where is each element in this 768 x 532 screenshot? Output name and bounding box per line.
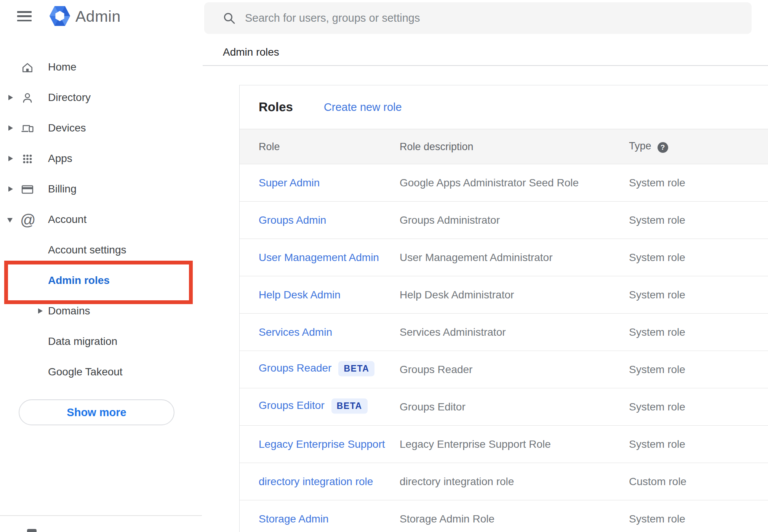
beta-badge: BETA — [331, 399, 368, 414]
role-type: System role — [629, 252, 685, 264]
admin-logo-text: Admin — [75, 8, 121, 26]
table-body: Super AdminGoogle Apps Administrator See… — [240, 164, 768, 532]
devices-icon — [21, 122, 34, 135]
sidebar-item-label: Directory — [48, 91, 91, 104]
sidebar-item-apps[interactable]: Apps — [0, 143, 202, 174]
sidebar-item-billing[interactable]: Billing — [0, 174, 202, 204]
role-description: User Management Administrator — [400, 252, 553, 264]
role-description: Storage Admin Role — [400, 513, 494, 525]
role-type: System role — [629, 364, 685, 376]
role-link[interactable]: directory integration role — [259, 476, 373, 487]
create-new-role-link[interactable]: Create new role — [324, 101, 402, 114]
role-type: System role — [629, 177, 685, 189]
sidebar-item-domains[interactable]: Domains — [0, 296, 202, 326]
sidebar-item-google-takeout[interactable]: Google Takeout — [0, 357, 202, 387]
apps-icon — [21, 152, 34, 165]
role-link[interactable]: Groups Admin — [259, 214, 326, 226]
role-description: directory integration role — [400, 476, 514, 488]
column-header-role: Role — [259, 141, 280, 152]
column-header-description: Role description — [400, 141, 474, 152]
sidebar-item-label: Devices — [48, 122, 86, 134]
show-more-button[interactable]: Show more — [19, 399, 174, 425]
search-input[interactable] — [245, 2, 733, 34]
role-link[interactable]: Groups Editor — [259, 399, 325, 411]
table-row: Services AdminServices AdministratorSyst… — [240, 314, 768, 351]
beta-badge: BETA — [338, 361, 374, 377]
sidebar-item-label: Billing — [48, 183, 77, 195]
page-title: Roles — [259, 100, 293, 114]
sidebar-divider — [0, 515, 202, 516]
sidebar-item-label: Data migration — [48, 335, 117, 348]
sidebar-item-data-migration[interactable]: Data migration — [0, 326, 202, 357]
sidebar-nav: HomeDirectoryDevicesAppsBilling@AccountA… — [0, 52, 202, 387]
card-icon — [21, 183, 34, 196]
sidebar-item-label: Account — [48, 213, 86, 226]
roles-card: Roles Create new role Role Role descript… — [239, 85, 768, 532]
sidebar: Admin HomeDirectoryDevicesAppsBilling@Ac… — [0, 0, 202, 532]
admin-logo-icon — [49, 5, 71, 27]
expand-arrow-icon[interactable] — [8, 186, 13, 192]
role-link[interactable]: Help Desk Admin — [259, 289, 341, 301]
expand-arrow-icon[interactable] — [38, 308, 43, 314]
role-type: System role — [629, 214, 685, 226]
sidebar-item-label: Domains — [48, 305, 90, 317]
header-divider — [203, 65, 768, 66]
table-row: Storage AdminStorage Admin RoleSystem ro… — [240, 500, 768, 532]
column-header-type: Type — [629, 140, 651, 152]
role-type: System role — [629, 438, 685, 450]
table-row: Help Desk AdminHelp Desk AdministratorSy… — [240, 276, 768, 314]
sidebar-item-label: Home — [48, 61, 77, 73]
menu-icon[interactable] — [17, 11, 32, 21]
role-description: Groups Administrator — [400, 214, 500, 226]
role-type: System role — [629, 289, 685, 301]
breadcrumb: Admin roles — [223, 46, 279, 58]
sidebar-header: Admin — [0, 0, 202, 34]
sidebar-item-label: Admin roles — [48, 274, 110, 287]
sidebar-item-admin-roles[interactable]: Admin roles — [0, 265, 202, 296]
collapse-arrow-icon[interactable] — [7, 218, 13, 223]
sidebar-item-home[interactable]: Home — [0, 52, 202, 82]
sidebar-item-account-settings[interactable]: Account settings — [0, 235, 202, 265]
table-row: directory integration roledirectory inte… — [240, 463, 768, 500]
role-link[interactable]: Storage Admin — [259, 513, 329, 525]
role-link[interactable]: Groups Reader — [259, 362, 331, 373]
sidebar-item-label: Account settings — [48, 244, 126, 256]
sidebar-item-label: Google Takeout — [48, 366, 123, 378]
table-row: Groups AdminGroups AdministratorSystem r… — [240, 202, 768, 239]
help-icon[interactable]: ? — [658, 142, 668, 153]
table-row: Super AdminGoogle Apps Administrator See… — [240, 164, 768, 202]
home-icon — [21, 61, 34, 74]
table-row: Legacy Enterprise SupportLegacy Enterpri… — [240, 426, 768, 463]
role-description: Groups Editor — [400, 401, 466, 413]
role-link[interactable]: Legacy Enterprise Support — [259, 438, 385, 450]
role-link[interactable]: Super Admin — [259, 177, 320, 189]
role-type: System role — [629, 513, 685, 525]
sidebar-item-label: Apps — [48, 152, 72, 165]
role-description: Google Apps Administrator Seed Role — [400, 177, 579, 189]
table-header-row: Role Role description Type? — [240, 129, 768, 164]
expand-arrow-icon[interactable] — [8, 125, 13, 131]
card-header: Roles Create new role — [240, 85, 768, 129]
table-row: Groups ReaderBETAGroups ReaderSystem rol… — [240, 351, 768, 388]
table-row: User Management AdminUser Management Adm… — [240, 239, 768, 276]
role-type: System role — [629, 326, 685, 338]
sidebar-item-directory[interactable]: Directory — [0, 82, 202, 113]
role-description: Groups Reader — [400, 364, 472, 376]
admin-console-page: { "app": { "product_name": "Admin" }, "s… — [0, 0, 768, 532]
role-description: Help Desk Administrator — [400, 289, 514, 301]
at-icon: @ — [20, 212, 36, 229]
role-link[interactable]: Services Admin — [259, 326, 332, 338]
sidebar-item-devices[interactable]: Devices — [0, 113, 202, 143]
search-icon — [222, 11, 236, 25]
search-bar[interactable] — [204, 2, 752, 34]
table-row: Groups EditorBETAGroups EditorSystem rol… — [240, 388, 768, 426]
sidebar-item-account[interactable]: @Account — [0, 204, 202, 235]
expand-arrow-icon[interactable] — [8, 95, 13, 100]
person-icon — [21, 91, 34, 104]
role-type: System role — [629, 401, 685, 413]
company-profile-icon — [27, 529, 37, 532]
expand-arrow-icon[interactable] — [8, 156, 13, 161]
role-description: Services Administrator — [400, 326, 506, 338]
role-type: Custom role — [629, 476, 686, 488]
role-link[interactable]: User Management Admin — [259, 252, 379, 263]
